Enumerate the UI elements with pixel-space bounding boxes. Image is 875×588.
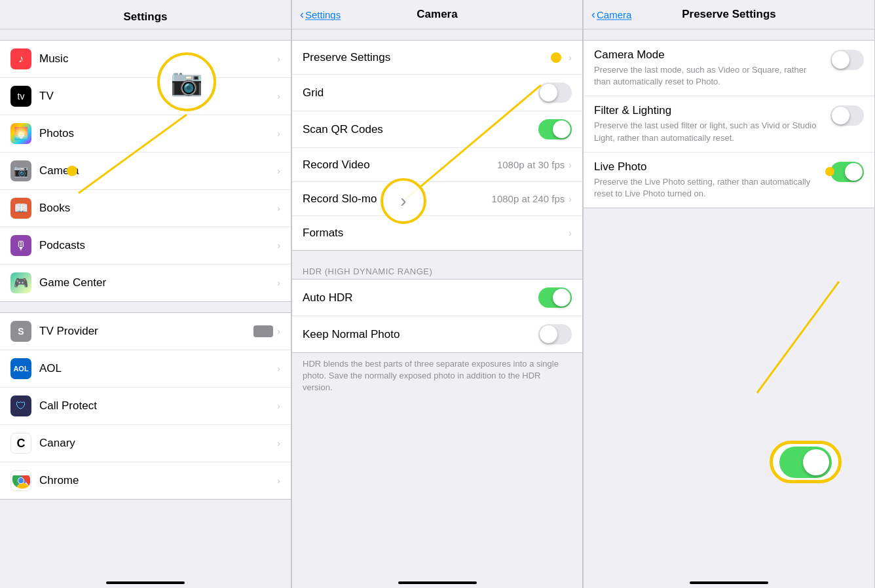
settings-item-callprotect[interactable]: 🛡 Call Protect › xyxy=(0,388,291,425)
camera-item-scanqr[interactable]: Scan QR Codes xyxy=(292,111,582,148)
back-chevron-icon: ‹ xyxy=(591,8,595,22)
settings-item-camera[interactable]: 📷 Camera › xyxy=(0,153,291,190)
cameramode-toggle[interactable] xyxy=(830,50,864,70)
toggle-callout xyxy=(770,441,842,483)
chevron-icon: › xyxy=(277,438,280,449)
filter-toggle[interactable] xyxy=(830,105,864,126)
tvprovider-label: TV Provider xyxy=(39,325,253,338)
livephoto-info: Live Photo Preserve the Live Photo setti… xyxy=(594,160,823,200)
camera-callout-circle: 📷 xyxy=(157,52,216,111)
toggle-thumb xyxy=(553,120,570,138)
settings-item-aol[interactable]: AOL AOL › xyxy=(0,350,291,388)
gamecenter-label: Game Center xyxy=(39,276,277,289)
chevron-icon: › xyxy=(277,363,280,374)
canary-icon: C xyxy=(10,433,31,454)
tvprovider-icon: S xyxy=(10,321,31,342)
preserve-dot xyxy=(551,52,561,63)
settings-list: ♪ Music › tv TV › 🌅 Photos › xyxy=(0,29,291,578)
grid-toggle[interactable] xyxy=(538,83,572,103)
toggle-callout-inner xyxy=(779,447,832,478)
filter-info: Filter & Lighting Preserve the last used… xyxy=(594,104,823,143)
preserve-item-cameramode[interactable]: Camera Mode Preserve the last mode, such… xyxy=(584,41,874,96)
chevron-circle-icon: › xyxy=(400,191,406,211)
chrome-icon xyxy=(10,470,31,491)
tv-icon: tv xyxy=(10,86,31,107)
preserve-panel: ‹ Camera Preserve Settings Camera Mode P… xyxy=(583,0,875,588)
callprotect-icon: 🛡 xyxy=(10,395,31,416)
settings-group-1: ♪ Music › tv TV › 🌅 Photos › xyxy=(0,40,291,302)
chevron-icon: › xyxy=(277,91,280,101)
aol-label: AOL xyxy=(39,362,277,375)
chevron-icon: › xyxy=(277,166,280,176)
callprotect-label: Call Protect xyxy=(39,399,277,413)
chevron-icon: › xyxy=(277,475,280,486)
preserve-item-livephoto[interactable]: Live Photo Preserve the Live Photo setti… xyxy=(584,153,874,208)
camera-item-formats[interactable]: Formats › xyxy=(292,216,582,250)
preserve-header: ‹ Camera Preserve Settings xyxy=(584,0,874,29)
livephoto-title: Live Photo xyxy=(594,160,823,174)
hdr-section-header: HDR (HIGH DYNAMIC RANGE) xyxy=(292,261,582,279)
settings-item-books[interactable]: 📖 Books › xyxy=(0,190,291,227)
home-indicator xyxy=(398,581,477,584)
preserve-list: Camera Mode Preserve the last mode, such… xyxy=(584,29,874,578)
livephoto-toggle[interactable] xyxy=(830,162,864,182)
keepnormal-toggle[interactable] xyxy=(538,324,572,344)
music-label: Music xyxy=(39,52,277,65)
recordvideo-label: Record Video xyxy=(303,158,497,172)
toggle-thumb xyxy=(553,289,570,306)
settings-item-photos[interactable]: 🌅 Photos › xyxy=(0,115,291,153)
preserve-group: Camera Mode Preserve the last mode, such… xyxy=(584,40,874,208)
settings-item-podcasts[interactable]: 🎙 Podcasts › xyxy=(0,227,291,265)
camera-item-recordvideo[interactable]: Record Video 1080p at 30 fps › xyxy=(292,148,582,182)
tvprovider-badge xyxy=(253,325,273,337)
settings-title: Settings xyxy=(10,10,280,24)
toggle-thumb xyxy=(540,84,557,101)
chevron-callout: › xyxy=(381,178,426,224)
recordvideo-value: 1080p at 30 fps xyxy=(497,159,565,170)
books-icon: 📖 xyxy=(10,198,31,219)
settings-group-2: S TV Provider › AOL AOL › 🛡 Call Protect xyxy=(0,312,291,500)
camera-item-keepnormal[interactable]: Keep Normal Photo xyxy=(292,316,582,352)
camera-item-autohdr[interactable]: Auto HDR xyxy=(292,280,582,316)
recordslomo-value: 1080p at 240 fps xyxy=(492,193,565,204)
camera-item-grid[interactable]: Grid xyxy=(292,75,582,111)
autohdr-toggle[interactable] xyxy=(538,287,572,308)
chevron-icon: › xyxy=(568,228,572,238)
settings-item-gamecenter[interactable]: 🎮 Game Center › xyxy=(0,265,291,301)
aol-icon: AOL xyxy=(10,358,31,379)
camera-header: ‹ Settings Camera xyxy=(292,0,582,29)
settings-header: Settings xyxy=(0,0,291,29)
preserve-item-filter[interactable]: Filter & Lighting Preserve the last used… xyxy=(584,96,874,152)
camera-group-1: Preserve Settings › Grid Scan QR Codes xyxy=(292,40,582,251)
settings-item-chrome[interactable]: Chrome › xyxy=(0,462,291,499)
hdr-description: HDR blends the best parts of three separ… xyxy=(292,353,582,402)
cameramode-title: Camera Mode xyxy=(594,48,823,62)
settings-item-tv[interactable]: tv TV › xyxy=(0,78,291,115)
camera-item-preserve[interactable]: Preserve Settings › xyxy=(292,41,582,75)
back-to-settings[interactable]: ‹ Settings xyxy=(300,8,341,22)
cameramode-info: Camera Mode Preserve the last mode, such… xyxy=(594,48,823,88)
chevron-icon: › xyxy=(277,203,280,213)
back-to-camera[interactable]: ‹ Camera xyxy=(591,8,631,22)
camera-item-recordslomo[interactable]: Record Slo-mo 1080p at 240 fps › xyxy=(292,182,582,216)
camera-panel: ‹ Settings Camera Preserve Settings › Gr… xyxy=(291,0,583,588)
svg-point-3 xyxy=(18,478,24,483)
cameramode-desc: Preserve the last mode, such as Video or… xyxy=(594,64,823,88)
chevron-icon: › xyxy=(568,194,572,204)
settings-item-tvprovider[interactable]: S TV Provider › xyxy=(0,313,291,350)
settings-item-music[interactable]: ♪ Music › xyxy=(0,41,291,78)
scanqr-toggle[interactable] xyxy=(538,119,572,139)
preserve-title: Preserve Settings xyxy=(682,8,776,21)
filter-title: Filter & Lighting xyxy=(594,104,823,117)
livephoto-dot xyxy=(825,167,834,176)
preserve-label: Preserve Settings xyxy=(303,51,568,64)
chevron-icon: › xyxy=(568,52,572,63)
photos-icon: 🌅 xyxy=(10,123,31,144)
scanqr-label: Scan QR Codes xyxy=(303,123,538,136)
chevron-icon: › xyxy=(277,240,280,251)
podcasts-icon: 🎙 xyxy=(10,235,31,256)
autohdr-label: Auto HDR xyxy=(303,291,538,304)
toggle-thumb-large xyxy=(803,449,829,475)
chevron-icon: › xyxy=(277,326,280,337)
settings-item-canary[interactable]: C Canary › xyxy=(0,425,291,462)
